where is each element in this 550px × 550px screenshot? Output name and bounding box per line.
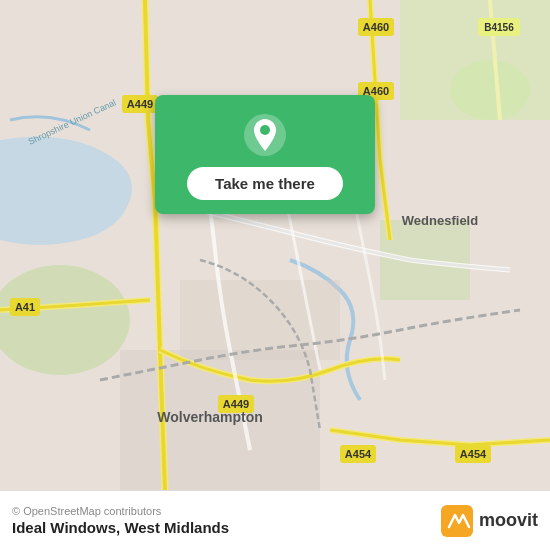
- location-pin-icon: [243, 113, 287, 157]
- take-me-there-button[interactable]: Take me there: [187, 167, 343, 200]
- svg-text:A41: A41: [15, 301, 35, 313]
- location-name: Ideal Windows, West Midlands: [12, 519, 229, 536]
- svg-text:Wednesfield: Wednesfield: [402, 213, 478, 228]
- map-container: A460 B4156 A460 A449 A41 A449 A454 A454 …: [0, 0, 550, 490]
- map-background: A460 B4156 A460 A449 A41 A449 A454 A454 …: [0, 0, 550, 490]
- svg-point-27: [260, 125, 270, 135]
- svg-text:A454: A454: [345, 448, 372, 460]
- moovit-logo: moovit: [441, 505, 538, 537]
- copyright-text: © OpenStreetMap contributors: [12, 505, 229, 517]
- svg-text:A454: A454: [460, 448, 487, 460]
- svg-text:A460: A460: [363, 21, 389, 33]
- svg-text:B4156: B4156: [484, 22, 514, 33]
- svg-text:A449: A449: [127, 98, 153, 110]
- moovit-label: moovit: [479, 510, 538, 531]
- location-card: Take me there: [155, 95, 375, 214]
- bottom-bar: © OpenStreetMap contributors Ideal Windo…: [0, 490, 550, 550]
- svg-text:Wolverhampton: Wolverhampton: [157, 409, 263, 425]
- location-info: © OpenStreetMap contributors Ideal Windo…: [12, 505, 229, 536]
- svg-point-4: [450, 60, 530, 120]
- moovit-logo-icon: [441, 505, 473, 537]
